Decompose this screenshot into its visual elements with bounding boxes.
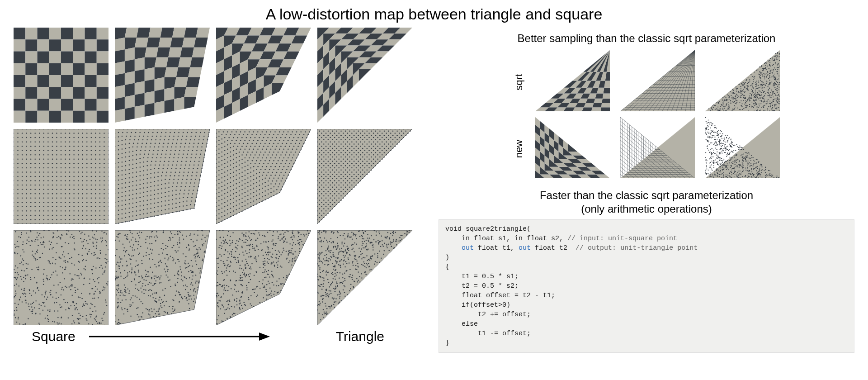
svg-point-5078 — [750, 86, 751, 86]
svg-point-921 — [132, 207, 134, 208]
svg-point-4417 — [331, 283, 332, 285]
svg-point-4056 — [329, 286, 330, 288]
svg-point-543 — [65, 171, 66, 173]
svg-point-2821 — [89, 294, 90, 295]
svg-point-1057 — [154, 194, 155, 195]
svg-point-437 — [43, 210, 45, 212]
svg-point-2971 — [151, 283, 152, 284]
svg-point-2362 — [392, 148, 394, 149]
svg-point-4298 — [344, 278, 345, 280]
svg-point-419 — [43, 133, 45, 134]
svg-point-479 — [52, 193, 53, 195]
svg-point-3356 — [196, 264, 198, 266]
svg-marker-88 — [148, 28, 162, 38]
svg-point-3064 — [129, 242, 130, 243]
svg-point-3901 — [279, 234, 281, 236]
svg-point-3262 — [167, 312, 169, 314]
svg-point-2151 — [362, 139, 363, 141]
svg-marker-85 — [135, 81, 145, 95]
svg-point-384 — [34, 180, 36, 181]
svg-point-3944 — [326, 231, 327, 232]
svg-point-888 — [129, 164, 130, 166]
svg-point-2575 — [53, 271, 54, 273]
svg-point-513 — [61, 141, 62, 142]
svg-point-2296 — [373, 154, 374, 156]
svg-point-2049 — [334, 189, 335, 190]
svg-point-4119 — [360, 254, 362, 256]
svg-point-2746 — [14, 296, 15, 297]
svg-point-2805 — [47, 260, 49, 261]
svg-point-2524 — [71, 285, 73, 287]
svg-point-1172 — [172, 190, 173, 192]
svg-point-1239 — [185, 182, 187, 184]
svg-point-3174 — [186, 278, 187, 280]
svg-point-1026 — [151, 161, 152, 162]
svg-point-1515 — [239, 177, 240, 179]
svg-point-3032 — [165, 263, 166, 265]
svg-point-4390 — [379, 233, 380, 234]
svg-point-5457 — [761, 166, 762, 167]
svg-point-3056 — [179, 301, 180, 303]
svg-point-4023 — [341, 243, 343, 245]
svg-point-308 — [22, 150, 23, 151]
svg-point-1936 — [323, 208, 325, 209]
svg-point-4410 — [324, 311, 325, 313]
svg-point-3895 — [263, 267, 264, 269]
svg-point-2414 — [98, 282, 99, 284]
svg-point-4558 — [774, 79, 775, 80]
svg-point-324 — [22, 219, 23, 220]
svg-point-5721 — [730, 167, 731, 168]
svg-point-4432 — [347, 249, 349, 250]
svg-marker-4494 — [603, 88, 610, 94]
svg-point-3388 — [134, 272, 136, 273]
svg-point-1756 — [295, 134, 296, 136]
svg-point-3781 — [249, 252, 250, 253]
svg-point-2873 — [48, 321, 49, 322]
svg-point-1645 — [267, 146, 269, 147]
svg-point-476 — [52, 180, 53, 181]
svg-point-1418 — [227, 162, 228, 163]
svg-point-4580 — [713, 104, 714, 105]
right-panel: Better sampling than the classic sqrt pa… — [416, 28, 859, 353]
svg-point-3818 — [264, 287, 265, 288]
svg-point-4681 — [716, 109, 717, 109]
svg-point-2736 — [74, 322, 75, 323]
svg-point-4708 — [760, 72, 761, 73]
svg-point-2465 — [80, 315, 81, 316]
svg-point-4659 — [777, 56, 778, 57]
svg-point-2710 — [90, 314, 91, 315]
svg-point-4347 — [354, 280, 355, 282]
svg-point-2080 — [354, 135, 355, 136]
svg-point-2190 — [347, 189, 349, 190]
svg-point-2212 — [349, 182, 350, 184]
svg-point-2059 — [345, 139, 346, 141]
svg-point-2693 — [28, 241, 30, 242]
label-triangle: Triangle — [336, 329, 384, 344]
svg-point-2831 — [52, 248, 53, 250]
svg-point-3279 — [118, 285, 119, 287]
svg-point-3394 — [179, 266, 181, 268]
svg-point-1304 — [201, 168, 203, 169]
svg-point-2751 — [71, 234, 73, 236]
svg-point-5376 — [711, 130, 712, 131]
svg-point-4212 — [363, 261, 364, 263]
svg-point-3735 — [279, 252, 280, 253]
svg-point-2105 — [354, 139, 355, 141]
svg-point-3763 — [276, 257, 277, 259]
svg-point-2602 — [33, 257, 35, 259]
svg-marker-51 — [85, 63, 97, 75]
svg-point-1372 — [222, 164, 223, 166]
svg-point-282 — [17, 137, 19, 138]
svg-point-3387 — [192, 276, 193, 277]
svg-point-3417 — [118, 292, 119, 293]
svg-point-2836 — [106, 259, 108, 261]
svg-point-1655 — [256, 177, 257, 179]
svg-point-1703 — [262, 183, 263, 185]
svg-point-2773 — [75, 274, 76, 276]
svg-point-5441 — [751, 165, 752, 166]
svg-point-1759 — [290, 143, 292, 144]
svg-point-2081 — [351, 137, 353, 138]
svg-point-3469 — [226, 267, 227, 269]
svg-marker-47 — [73, 111, 85, 123]
svg-point-3455 — [218, 257, 219, 259]
